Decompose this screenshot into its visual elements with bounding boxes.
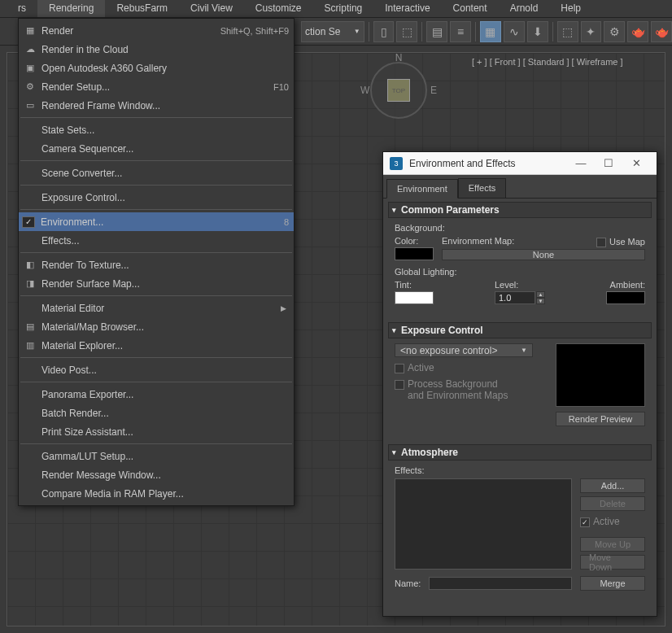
menu-item-state-sets[interactable]: State Sets... <box>19 120 294 139</box>
menubar-arnold[interactable]: Arnold <box>499 0 550 17</box>
menu-item-render-message-window[interactable]: Render Message Window... <box>19 465 294 484</box>
blank-icon <box>22 426 38 439</box>
moveup-button[interactable]: Move Up <box>580 537 645 552</box>
menubar-rebusfarm[interactable]: RebusFarm <box>105 0 179 17</box>
check-icon: ✓ <box>22 216 35 228</box>
viewport-label[interactable]: [ + ] [ Front ] [ Standard ] [ Wireframe… <box>472 57 623 67</box>
delete-button[interactable]: Delete <box>580 496 645 511</box>
tab-effects[interactable]: Effects <box>458 178 506 198</box>
level-spinner[interactable]: ▲▼ <box>495 291 545 304</box>
merge-button[interactable]: Merge <box>580 576 645 591</box>
blank-icon <box>22 450 38 463</box>
menu-item-material-explorer[interactable]: ▥Material Explorer... <box>19 336 294 355</box>
menu-item-render[interactable]: ▦RenderShift+Q, Shift+F9 <box>19 21 294 40</box>
effects-listbox[interactable] <box>395 478 572 570</box>
dialog-body: ▾ Common Parameters Background: Color: E… <box>383 199 657 616</box>
toolbar-icon-10[interactable]: ⚙ <box>604 21 625 42</box>
movedown-button[interactable]: Move Down <box>580 555 645 570</box>
tint-label: Tint: <box>395 280 434 290</box>
minimize-button[interactable]: — <box>567 155 595 172</box>
close-button[interactable]: ✕ <box>622 155 650 172</box>
tint-swatch[interactable] <box>395 291 434 304</box>
menu-item-open-autodesk-a360-gallery[interactable]: ▣Open Autodesk A360 Gallery <box>19 59 294 77</box>
add-button[interactable]: Add... <box>580 478 645 493</box>
view-cube[interactable]: N W E TOP <box>370 62 427 119</box>
menu-label: State Sets... <box>38 124 289 136</box>
toolbar-icon-6[interactable]: ∿ <box>504 21 525 42</box>
toolbar-icon-5[interactable]: ▦ <box>480 21 501 42</box>
envmap-button[interactable]: None <box>442 249 645 260</box>
menubar-rs[interactable]: rs <box>7 0 37 17</box>
menu-separator <box>20 382 292 382</box>
ambient-swatch[interactable] <box>606 291 645 304</box>
toolbar-icon-2[interactable]: ⬚ <box>396 21 417 42</box>
menu-item-batch-render[interactable]: Batch Render... <box>19 404 294 422</box>
dialog-title: Environment and Effects <box>409 158 567 169</box>
menu-item-environment[interactable]: ✓Environment...8 <box>19 212 294 231</box>
menu-label: Material/Map Browser... <box>38 321 289 333</box>
menubar-scripting[interactable]: Scripting <box>313 0 374 17</box>
menu-label: Print Size Assistant... <box>38 426 289 438</box>
toolbar-teapot-2[interactable]: 🫖 <box>651 21 672 42</box>
menubar-help[interactable]: Help <box>549 0 592 17</box>
toolbar-icon-9[interactable]: ✦ <box>581 21 602 42</box>
section-atmosphere: ▾ Atmosphere Effects: Add... Delete Acti… <box>388 444 652 604</box>
toolbar-teapot-1[interactable]: 🫖 <box>627 21 648 42</box>
menu-item-rendered-frame-window[interactable]: ▭Rendered Frame Window... <box>19 96 294 115</box>
menu-item-render-in-the-cloud[interactable]: ☁Render in the Cloud <box>19 40 294 59</box>
toolbar-icon-1[interactable]: ▯ <box>373 21 395 42</box>
menu-item-scene-converter[interactable]: Scene Converter... <box>19 164 294 182</box>
explorer-icon: ▥ <box>22 339 38 352</box>
level-label: Level: <box>495 280 545 290</box>
toolbar-icon-7[interactable]: ⬇ <box>527 21 548 42</box>
menu-item-render-setup[interactable]: ⚙Render Setup...F10 <box>19 77 294 96</box>
section-common-header[interactable]: ▾ Common Parameters <box>388 202 652 218</box>
menu-label: Material Explorer... <box>38 340 289 351</box>
menubar-customize[interactable]: Customize <box>244 0 313 17</box>
section-exposure-header[interactable]: ▾ Exposure Control <box>388 322 652 338</box>
menu-item-camera-sequencer[interactable]: Camera Sequencer... <box>19 139 294 158</box>
toolbar-icon-4[interactable]: ≡ <box>450 21 471 42</box>
browser-icon: ▤ <box>22 321 38 334</box>
menu-item-render-to-texture[interactable]: ◧Render To Texture... <box>19 255 294 274</box>
menu-separator <box>20 160 292 161</box>
menu-label: Render Message Window... <box>38 469 289 481</box>
atmosphere-active-checkbox[interactable]: Active <box>580 516 645 527</box>
menu-item-material-map-browser[interactable]: ▤Material/Map Browser... <box>19 317 294 336</box>
menu-item-gamma-lut-setup[interactable]: Gamma/LUT Setup... <box>19 447 294 465</box>
lighting-label: Global Lighting: <box>395 267 645 277</box>
bg-color-swatch[interactable] <box>395 247 434 260</box>
name-input[interactable] <box>429 577 572 590</box>
menu-item-print-size-assistant[interactable]: Print Size Assistant... <box>19 422 294 441</box>
menubar-content[interactable]: Content <box>442 0 499 17</box>
menu-item-effects[interactable]: Effects... <box>19 231 294 250</box>
dialog-titlebar[interactable]: 3 Environment and Effects — ☐ ✕ <box>383 152 657 175</box>
menubar-rendering[interactable]: Rendering <box>37 0 105 17</box>
menu-item-video-post[interactable]: Video Post... <box>19 360 294 379</box>
menu-shortcut: 8 <box>284 217 289 227</box>
level-input[interactable] <box>495 291 535 304</box>
menu-item-material-editor[interactable]: Material Editor▶ <box>19 299 294 317</box>
dialog-tabs: EnvironmentEffects <box>383 175 657 199</box>
menu-separator <box>20 252 292 253</box>
toolbar-icon-3[interactable]: ▤ <box>426 21 447 42</box>
toolbar-combo[interactable]: ction Se▼ <box>301 21 364 42</box>
exposure-combo[interactable]: <no exposure control>▼ <box>395 343 533 357</box>
maximize-button[interactable]: ☐ <box>595 155 622 172</box>
render-preview-button[interactable]: Render Preview <box>556 412 645 426</box>
menu-item-render-surface-map[interactable]: ◨Render Surface Map... <box>19 274 294 293</box>
exposure-active-checkbox[interactable]: Active <box>395 362 548 373</box>
process-bg-checkbox[interactable]: Process Background and Environment Maps <box>395 378 548 401</box>
menubar-interactive[interactable]: Interactive <box>373 0 441 17</box>
menu-item-panorama-exporter[interactable]: Panorama Exporter... <box>19 385 294 404</box>
color-label: Color: <box>395 236 434 246</box>
usemap-checkbox[interactable]: Use Map <box>596 236 645 247</box>
tab-environment[interactable]: Environment <box>386 179 458 199</box>
section-atmosphere-header[interactable]: ▾ Atmosphere <box>388 444 652 461</box>
menu-label: Render Setup... <box>38 81 273 93</box>
toolbar-icon-8[interactable]: ⬚ <box>557 21 578 42</box>
menubar-civil-view[interactable]: Civil View <box>179 0 244 17</box>
menu-label: Scene Converter... <box>38 168 289 179</box>
menu-item-exposure-control[interactable]: Exposure Control... <box>19 188 294 207</box>
menu-item-compare-media-in-ram-player[interactable]: Compare Media in RAM Player... <box>19 484 294 503</box>
